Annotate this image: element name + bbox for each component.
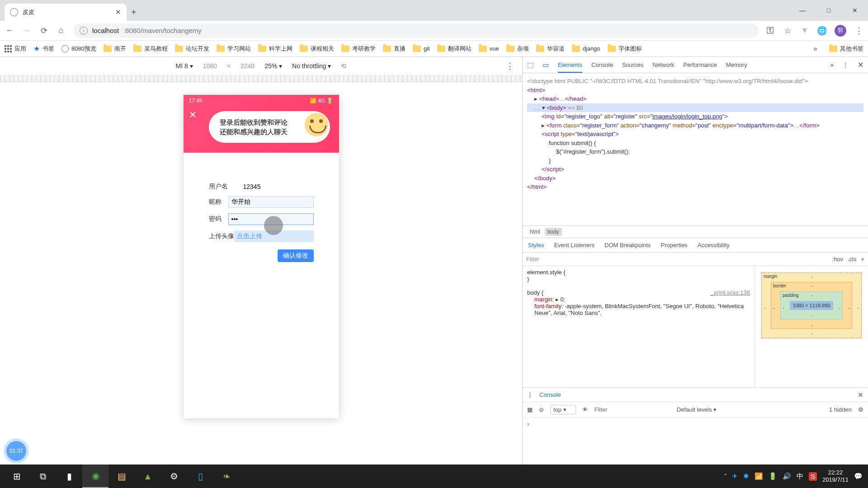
bookmark-folder[interactable]: 考研教学 [341,45,376,53]
maximize-button[interactable]: □ [816,0,842,21]
close-tab-icon[interactable]: ✕ [115,8,121,16]
eye-icon[interactable]: 👁 [582,406,588,413]
reload-button[interactable]: ⟳ [39,26,49,36]
inspect-icon[interactable]: ⬚ [527,61,533,69]
bookmark-folder[interactable]: vue [479,45,499,52]
bookmark-folder[interactable]: 直播 [383,45,406,53]
bookmarks-overflow-icon[interactable]: » [813,45,817,53]
cls-toggle[interactable]: .cls [848,256,857,263]
bookmark-folder[interactable]: django [572,45,600,52]
clear-console-icon[interactable]: ⊘ [539,406,544,413]
home-button[interactable]: ⌂ [56,26,66,36]
bookmark-folder[interactable]: 翻译网站 [437,45,472,53]
minimize-button[interactable]: — [789,0,816,21]
hov-toggle[interactable]: :hov [832,256,843,263]
ime-s-icon[interactable]: S [809,472,817,481]
close-window-button[interactable]: ✕ [842,0,868,21]
submit-button[interactable]: 确认修改 [278,249,314,262]
tab-event-listeners[interactable]: Event Listeners [554,242,594,249]
phone-app-icon[interactable]: ▯ [187,465,213,488]
hidden-count[interactable]: 1 hidden [829,406,852,413]
device-height[interactable]: 2248 [241,62,255,70]
bookmark-folder[interactable]: 杂项 [506,45,529,53]
bookmark-folder[interactable]: 华容道 [536,45,565,53]
bookmark-folder[interactable]: 科学上网 [258,45,292,53]
bookmark-folder[interactable]: 南开 [104,45,126,53]
profile-avatar[interactable]: 郭 [835,25,846,37]
chrome-icon[interactable]: ◉ [82,465,108,488]
tab-console[interactable]: Console [591,61,613,68]
devtools-menu-icon[interactable]: ⋮ [843,61,849,68]
ime-cn-icon[interactable]: 中 [797,472,803,481]
tray-overflow-icon[interactable]: ˆ [724,473,726,480]
device-more-icon[interactable]: ⋮ [506,61,514,71]
start-button[interactable]: ⊞ [4,465,30,488]
bookmark-folder[interactable]: 论坛开发 [175,45,209,53]
tab-elements[interactable]: Elements [558,61,582,73]
browser-tab[interactable]: 皮皮 ✕ [5,4,127,21]
battery-icon[interactable]: 🔋 [769,472,777,480]
tab-memory[interactable]: Memory [726,61,747,68]
banner-close-icon[interactable]: ✕ [189,109,197,120]
bookmark-star[interactable]: ★书签 [33,44,54,53]
bookmark-folder[interactable]: 学习网站 [217,45,251,53]
rotate-icon[interactable]: ⟲ [341,62,346,70]
tray-icon[interactable]: ✱ [743,472,749,480]
telegram-icon[interactable]: ✈ [732,472,738,480]
extension-icon[interactable]: ▼ [800,26,809,35]
throttle-select[interactable]: No throttling ▾ [292,62,331,70]
console-title[interactable]: Console [539,391,561,398]
tab-dom-breakpoints[interactable]: DOM Breakpoints [604,242,651,249]
bookmark-folder[interactable]: git [413,45,430,52]
volume-icon[interactable]: 🔊 [783,472,791,480]
app-green-icon[interactable]: ▲ [135,465,161,488]
elements-tree[interactable]: <!doctype html PUBLIC "-//W3C//DTD HTML … [523,73,868,225]
devtools-close-icon[interactable]: ✕ [858,61,863,69]
device-toggle-icon[interactable]: ▭ [542,61,549,69]
console-sidebar-icon[interactable]: ▦ [527,406,533,413]
terminal-icon[interactable]: ▮ [56,465,82,488]
address-bar[interactable]: i localhost:8080/maven/tochangemy [73,23,759,38]
device-width[interactable]: 1080 [203,62,217,70]
tab-performance[interactable]: Performance [683,61,717,68]
tab-sources[interactable]: Sources [622,61,644,68]
star-bookmark-icon[interactable]: ☆ [783,26,792,35]
settings-gear-icon[interactable]: ⚙ [858,406,863,413]
tab-properties[interactable]: Properties [661,242,688,249]
breadcrumb[interactable]: html body [523,225,868,238]
zoom-select[interactable]: 25% ▾ [264,62,282,70]
tray-clock[interactable]: 22:222019/7/11 [822,469,849,483]
nickname-input[interactable] [228,196,314,208]
menu-icon[interactable]: ⋮ [854,26,863,35]
new-tab-button[interactable]: + [131,7,137,21]
console-body[interactable]: › [523,418,868,465]
bookmark-folder[interactable]: 课程相关 [300,45,334,53]
bookmark-folder[interactable]: 菜鸟教程 [133,45,168,53]
context-select[interactable]: top ▾ [550,405,576,414]
console-close-icon[interactable]: ✕ [858,391,863,399]
console-menu-icon[interactable]: ⋮ [527,391,533,398]
filter-input[interactable]: Filter [526,256,539,263]
password-key-icon[interactable]: ⚿ [766,26,775,35]
bookmark-8080[interactable]: 8080预览 [61,45,96,53]
file-explorer-icon[interactable]: ▤ [108,465,135,488]
styles-rules[interactable]: element.style {} body {_print.scss:136 m… [523,266,755,387]
wifi-icon[interactable]: 📶 [755,472,763,480]
device-select[interactable]: MI 8 ▾ [176,62,193,70]
tab-accessibility[interactable]: Accessibility [698,242,730,249]
translate-icon[interactable]: 🌐 [817,26,826,35]
notifications-icon[interactable]: 💬 [854,472,863,480]
tabs-overflow-icon[interactable]: » [830,61,834,68]
other-bookmarks[interactable]: 其他书签 [829,45,863,53]
site-info-icon[interactable]: i [80,27,88,35]
recording-time-badge[interactable]: 01:37 [6,441,26,461]
settings-gear-icon[interactable]: ⚙ [161,465,187,488]
task-view-button[interactable]: ⧉ [30,465,56,488]
app-leaf-icon[interactable]: ❧ [213,465,240,488]
tab-network[interactable]: Network [653,61,675,68]
add-rule-icon[interactable]: + [861,256,864,263]
back-button[interactable]: ← [5,26,14,36]
tab-styles[interactable]: Styles [528,242,544,249]
apps-shortcut[interactable]: 应用 [5,45,26,53]
bookmark-folder[interactable]: 字体图标 [608,45,642,53]
